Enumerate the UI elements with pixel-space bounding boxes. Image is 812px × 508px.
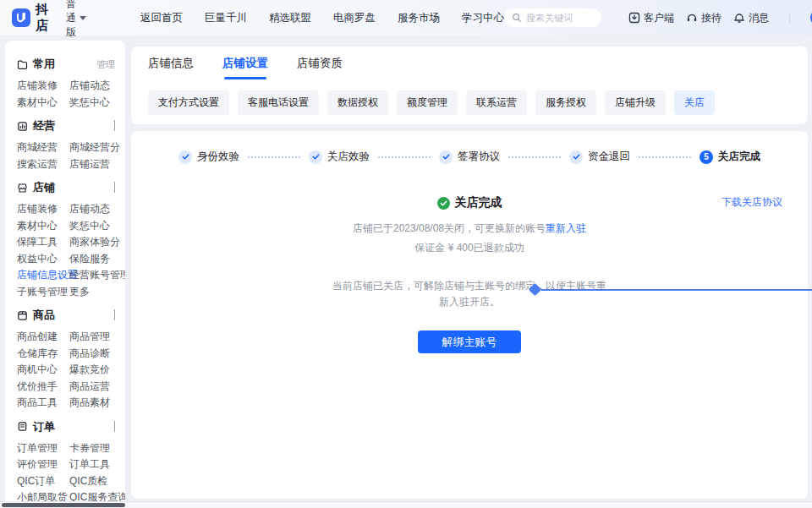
sidebar-item[interactable]: 素材中心 xyxy=(17,95,69,112)
search-input[interactable] xyxy=(526,13,594,23)
manage-link[interactable]: 管理 xyxy=(96,58,115,71)
chevron-up-icon[interactable] xyxy=(114,421,115,432)
top-navigation: 返回首页 巨量千川 精选联盟 电商罗盘 服务市场 学习中心 xyxy=(140,11,504,25)
messages[interactable]: 消息 xyxy=(733,11,769,25)
sidebar-item[interactable]: QIC订单 xyxy=(17,473,69,490)
sidebar-item[interactable]: 商家体验分 xyxy=(69,234,125,251)
step-sign-agreement: 签署协议 xyxy=(439,150,500,164)
sidebar-item[interactable]: 仓储库存 xyxy=(17,346,69,363)
sidebar-item[interactable]: 订单工具 xyxy=(69,456,125,473)
caret-down-icon xyxy=(80,16,86,20)
nav-compass[interactable]: 电商罗盘 xyxy=(333,11,376,25)
result-title: 关店完成 xyxy=(455,195,502,210)
sidebar-item[interactable]: 奖惩中心 xyxy=(69,95,115,112)
step-number-badge: 5 xyxy=(700,150,713,164)
client-download-icon xyxy=(628,12,640,24)
sidebar-item[interactable]: 权益中心 xyxy=(17,251,69,268)
sidebar-item[interactable]: 保障工具 xyxy=(17,234,69,251)
subtab-data-auth[interactable]: 数据授权 xyxy=(327,90,388,115)
sidebar-item[interactable]: 保险服务 xyxy=(69,251,125,268)
section-operation: 经营 xyxy=(17,118,115,134)
subtab-service-auth[interactable]: 服务授权 xyxy=(535,90,596,115)
unbind-main-account-button[interactable]: 解绑主账号 xyxy=(418,330,521,353)
sidebar-item[interactable]: 素材中心 xyxy=(17,218,69,235)
tab-shop-info[interactable]: 店铺信息 xyxy=(148,56,194,79)
sidebar-item[interactable]: 更多 xyxy=(69,284,125,301)
section-title: 商品 xyxy=(33,308,55,323)
version-label: 普通版 xyxy=(66,0,76,40)
section-title: 店铺 xyxy=(33,180,55,195)
section-common: 常用 管理 xyxy=(17,57,115,72)
subtab-payment-settings[interactable]: 支付方式设置 xyxy=(148,90,229,115)
re-enter-link[interactable]: 重新入驻 xyxy=(546,222,586,234)
success-check-icon xyxy=(437,197,450,210)
section-shop: 店铺 xyxy=(17,180,115,195)
deposit-refund-text: 保证金 ¥ 400已退款成功 xyxy=(131,241,808,255)
chart-icon xyxy=(17,121,28,132)
sidebar-item[interactable]: 订单管理 xyxy=(17,440,69,457)
step-fund-refund: 资金退回 xyxy=(569,150,630,164)
messages-label: 消息 xyxy=(749,11,769,25)
sidebar-item[interactable]: 经营账号管理 xyxy=(69,267,125,284)
sidebar-item[interactable]: 优价推手 xyxy=(17,379,69,396)
sidebar-item[interactable]: 店铺动态 xyxy=(69,201,125,218)
primary-tabs: 店铺信息 店铺设置 店铺资质 xyxy=(148,56,791,79)
version-switcher[interactable]: 普通版 xyxy=(66,0,86,40)
step-connector xyxy=(639,156,691,158)
sidebar-item[interactable]: QIC质检 xyxy=(69,473,125,490)
chevron-up-icon[interactable] xyxy=(114,309,115,320)
tab-shop-qualification[interactable]: 店铺资质 xyxy=(297,56,343,79)
sidebar-item[interactable]: 商品运营 xyxy=(69,379,115,396)
nav-home[interactable]: 返回首页 xyxy=(140,11,183,25)
sidebar-item[interactable]: 爆款竞价 xyxy=(69,362,115,379)
nav-learning-center[interactable]: 学习中心 xyxy=(462,11,504,25)
sidebar-item[interactable]: 商品管理 xyxy=(69,329,115,346)
horizontal-scrollbar-thumb[interactable] xyxy=(2,503,125,507)
step-done-check-icon xyxy=(569,150,583,164)
secondary-tabs: 支付方式设置 客服电话设置 数据授权 额度管理 联系运营 服务授权 店铺升级 关… xyxy=(148,90,791,115)
sidebar-item[interactable]: 评价管理 xyxy=(17,456,69,473)
sidebar-item[interactable]: 店铺动态 xyxy=(69,78,115,95)
sidebar-item[interactable]: 商品素材 xyxy=(69,395,115,412)
doudian-logo-icon[interactable] xyxy=(12,8,30,27)
sidebar-item-shop-info-settings[interactable]: 店铺信息设置 xyxy=(17,267,69,284)
section-title: 经营 xyxy=(33,118,55,134)
sidebar-item[interactable]: 搜索运营 xyxy=(17,156,69,173)
subtab-shop-upgrade[interactable]: 店铺升级 xyxy=(605,90,666,115)
subtab-contact-ops[interactable]: 联系运营 xyxy=(466,90,527,115)
sidebar-item[interactable]: 商品工具 xyxy=(17,395,69,412)
nav-alliance[interactable]: 精选联盟 xyxy=(269,11,311,25)
sidebar-item[interactable]: 奖惩中心 xyxy=(69,218,125,235)
section-goods-items: 商品创建 商品管理 仓储库存 商品诊断 商机中心 爆款竞价 优价推手 商品运营 … xyxy=(17,329,115,412)
sidebar-item[interactable]: 店铺装修 xyxy=(17,78,69,95)
sidebar: 常用 管理 店铺装修 店铺动态 素材中心 奖惩中心 经营 商城经营 商城经营分 … xyxy=(5,41,125,508)
step-connector xyxy=(248,156,300,158)
search-box[interactable] xyxy=(504,8,601,27)
nav-service-market[interactable]: 服务市场 xyxy=(398,11,440,25)
close-shop-panel: 身份效验 关店效验 签署协议 资金退回 5 关店完成 下载关 xyxy=(131,131,808,499)
subtab-service-phone[interactable]: 客服电话设置 xyxy=(238,90,319,115)
sidebar-item[interactable]: 卡券管理 xyxy=(69,440,125,457)
reception[interactable]: 接待 xyxy=(686,11,721,25)
nav-qianchuan[interactable]: 巨量千川 xyxy=(205,11,247,25)
sidebar-item[interactable]: 商品诊断 xyxy=(69,346,115,363)
client-download[interactable]: 客户端 xyxy=(628,11,674,25)
section-shop-items: 店铺装修 店铺动态 素材中心 奖惩中心 保障工具 商家体验分 权益中心 保险服务… xyxy=(17,201,115,300)
brand-name: 抖店 xyxy=(36,2,49,34)
sidebar-item[interactable]: 商机中心 xyxy=(17,362,69,379)
sidebar-item[interactable]: 店铺运营 xyxy=(69,156,120,173)
chevron-up-icon[interactable] xyxy=(114,120,115,131)
search-icon xyxy=(512,13,522,23)
sidebar-item[interactable]: 商城经营 xyxy=(17,139,69,156)
section-orders: 订单 xyxy=(17,419,115,434)
sidebar-item[interactable]: 商品创建 xyxy=(17,329,69,346)
shop-icon xyxy=(17,183,28,194)
sidebar-item[interactable]: 子账号管理 xyxy=(17,284,69,301)
subtab-close-shop[interactable]: 关店 xyxy=(674,90,715,115)
client-label: 客户端 xyxy=(644,11,674,25)
chevron-up-icon[interactable] xyxy=(114,182,115,193)
tab-shop-settings[interactable]: 店铺设置 xyxy=(222,56,268,79)
subtab-quota[interactable]: 额度管理 xyxy=(397,90,458,115)
sidebar-item[interactable]: 商城经营分 xyxy=(69,139,120,156)
sidebar-item[interactable]: 店铺装修 xyxy=(17,201,69,218)
